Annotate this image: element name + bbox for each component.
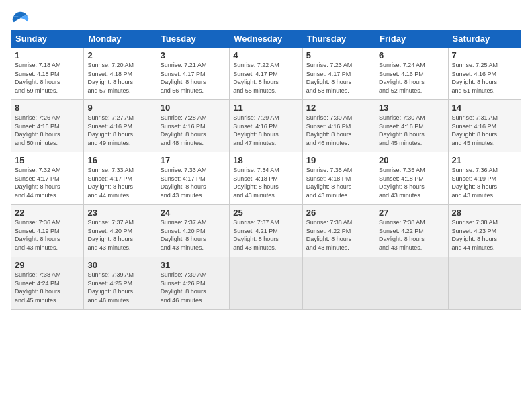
calendar-cell: 24Sunrise: 7:37 AM Sunset: 4:20 PM Dayli… xyxy=(157,205,229,257)
calendar-cell: 31Sunrise: 7:39 AM Sunset: 4:26 PM Dayli… xyxy=(157,257,229,310)
day-info: Sunrise: 7:27 AM Sunset: 4:16 PM Dayligh… xyxy=(87,113,152,147)
day-info: Sunrise: 7:36 AM Sunset: 4:19 PM Dayligh… xyxy=(15,218,80,252)
day-number: 23 xyxy=(87,208,152,218)
calendar-cell: 6Sunrise: 7:24 AM Sunset: 4:16 PM Daylig… xyxy=(375,48,448,100)
day-number: 3 xyxy=(161,50,226,60)
day-info: Sunrise: 7:35 AM Sunset: 4:18 PM Dayligh… xyxy=(379,166,444,199)
day-number: 28 xyxy=(452,208,517,218)
calendar-week-row: 1Sunrise: 7:18 AM Sunset: 4:18 PM Daylig… xyxy=(11,48,521,100)
day-number: 14 xyxy=(452,103,517,113)
calendar-header-wednesday: Wednesday xyxy=(230,30,302,48)
calendar-week-row: 15Sunrise: 7:32 AM Sunset: 4:17 PM Dayli… xyxy=(11,152,521,205)
page: SundayMondayTuesdayWednesdayThursdayFrid… xyxy=(0,0,532,411)
calendar-header-sunday: Sunday xyxy=(11,30,84,48)
calendar-cell: 17Sunrise: 7:33 AM Sunset: 4:17 PM Dayli… xyxy=(157,152,229,205)
day-info: Sunrise: 7:37 AM Sunset: 4:20 PM Dayligh… xyxy=(87,218,152,252)
calendar-cell: 5Sunrise: 7:23 AM Sunset: 4:17 PM Daylig… xyxy=(302,48,375,100)
calendar-cell: 27Sunrise: 7:38 AM Sunset: 4:22 PM Dayli… xyxy=(375,205,448,257)
day-info: Sunrise: 7:30 AM Sunset: 4:16 PM Dayligh… xyxy=(379,113,444,147)
day-number: 2 xyxy=(87,50,152,60)
day-info: Sunrise: 7:38 AM Sunset: 4:22 PM Dayligh… xyxy=(379,218,444,252)
day-info: Sunrise: 7:21 AM Sunset: 4:17 PM Dayligh… xyxy=(161,61,226,95)
calendar-header-monday: Monday xyxy=(84,30,157,48)
day-number: 19 xyxy=(306,155,371,165)
logo xyxy=(11,11,31,24)
logo-bird-icon xyxy=(11,11,30,24)
day-info: Sunrise: 7:36 AM Sunset: 4:19 PM Dayligh… xyxy=(452,166,517,199)
day-number: 5 xyxy=(306,50,371,60)
day-number: 11 xyxy=(233,103,298,113)
calendar-cell xyxy=(375,257,448,310)
calendar-cell: 4Sunrise: 7:22 AM Sunset: 4:17 PM Daylig… xyxy=(230,48,302,100)
day-info: Sunrise: 7:33 AM Sunset: 4:17 PM Dayligh… xyxy=(87,166,152,199)
day-info: Sunrise: 7:28 AM Sunset: 4:16 PM Dayligh… xyxy=(161,113,226,147)
day-number: 12 xyxy=(306,103,371,113)
day-number: 20 xyxy=(379,155,444,165)
calendar-cell: 23Sunrise: 7:37 AM Sunset: 4:20 PM Dayli… xyxy=(84,205,157,257)
calendar-week-row: 8Sunrise: 7:26 AM Sunset: 4:16 PM Daylig… xyxy=(11,100,521,152)
day-info: Sunrise: 7:25 AM Sunset: 4:16 PM Dayligh… xyxy=(452,61,517,95)
day-info: Sunrise: 7:39 AM Sunset: 4:25 PM Dayligh… xyxy=(87,271,152,304)
day-number: 8 xyxy=(15,103,80,113)
day-number: 6 xyxy=(379,50,444,60)
calendar-cell: 1Sunrise: 7:18 AM Sunset: 4:18 PM Daylig… xyxy=(11,48,84,100)
day-number: 25 xyxy=(233,208,298,218)
day-number: 26 xyxy=(306,208,371,218)
calendar-cell: 10Sunrise: 7:28 AM Sunset: 4:16 PM Dayli… xyxy=(157,100,229,152)
calendar-cell: 9Sunrise: 7:27 AM Sunset: 4:16 PM Daylig… xyxy=(84,100,157,152)
day-info: Sunrise: 7:38 AM Sunset: 4:22 PM Dayligh… xyxy=(306,218,371,252)
calendar-cell: 11Sunrise: 7:29 AM Sunset: 4:16 PM Dayli… xyxy=(230,100,302,152)
day-info: Sunrise: 7:34 AM Sunset: 4:18 PM Dayligh… xyxy=(233,166,298,199)
calendar-cell: 16Sunrise: 7:33 AM Sunset: 4:17 PM Dayli… xyxy=(84,152,157,205)
calendar-cell: 7Sunrise: 7:25 AM Sunset: 4:16 PM Daylig… xyxy=(448,48,521,100)
day-number: 15 xyxy=(15,155,80,165)
day-info: Sunrise: 7:24 AM Sunset: 4:16 PM Dayligh… xyxy=(379,61,444,95)
day-number: 31 xyxy=(161,260,226,270)
calendar-cell xyxy=(302,257,375,310)
day-number: 7 xyxy=(452,50,517,60)
day-info: Sunrise: 7:35 AM Sunset: 4:18 PM Dayligh… xyxy=(306,166,371,199)
calendar-cell: 21Sunrise: 7:36 AM Sunset: 4:19 PM Dayli… xyxy=(448,152,521,205)
calendar-cell xyxy=(448,257,521,310)
day-number: 22 xyxy=(15,208,80,218)
calendar-cell: 18Sunrise: 7:34 AM Sunset: 4:18 PM Dayli… xyxy=(230,152,302,205)
day-number: 10 xyxy=(161,103,226,113)
day-info: Sunrise: 7:37 AM Sunset: 4:20 PM Dayligh… xyxy=(161,218,226,252)
day-info: Sunrise: 7:18 AM Sunset: 4:18 PM Dayligh… xyxy=(15,61,80,95)
calendar-cell: 26Sunrise: 7:38 AM Sunset: 4:22 PM Dayli… xyxy=(302,205,375,257)
calendar-header-row: SundayMondayTuesdayWednesdayThursdayFrid… xyxy=(11,30,521,48)
calendar-cell: 29Sunrise: 7:38 AM Sunset: 4:24 PM Dayli… xyxy=(11,257,84,310)
day-info: Sunrise: 7:20 AM Sunset: 4:18 PM Dayligh… xyxy=(87,61,152,95)
calendar-header-saturday: Saturday xyxy=(448,30,521,48)
day-info: Sunrise: 7:32 AM Sunset: 4:17 PM Dayligh… xyxy=(15,166,80,199)
day-number: 29 xyxy=(15,260,80,270)
day-number: 16 xyxy=(87,155,152,165)
day-info: Sunrise: 7:29 AM Sunset: 4:16 PM Dayligh… xyxy=(233,113,298,147)
day-info: Sunrise: 7:38 AM Sunset: 4:23 PM Dayligh… xyxy=(452,218,517,252)
calendar-cell: 15Sunrise: 7:32 AM Sunset: 4:17 PM Dayli… xyxy=(11,152,84,205)
day-info: Sunrise: 7:33 AM Sunset: 4:17 PM Dayligh… xyxy=(161,166,226,199)
logo-area xyxy=(11,11,31,24)
day-info: Sunrise: 7:39 AM Sunset: 4:26 PM Dayligh… xyxy=(161,271,226,304)
calendar-cell: 25Sunrise: 7:37 AM Sunset: 4:21 PM Dayli… xyxy=(230,205,302,257)
day-number: 17 xyxy=(161,155,226,165)
calendar-header-tuesday: Tuesday xyxy=(157,30,229,48)
calendar-header-thursday: Thursday xyxy=(302,30,375,48)
calendar-cell xyxy=(230,257,302,310)
calendar-week-row: 29Sunrise: 7:38 AM Sunset: 4:24 PM Dayli… xyxy=(11,257,521,310)
day-info: Sunrise: 7:31 AM Sunset: 4:16 PM Dayligh… xyxy=(452,113,517,147)
day-number: 18 xyxy=(233,155,298,165)
calendar-cell: 20Sunrise: 7:35 AM Sunset: 4:18 PM Dayli… xyxy=(375,152,448,205)
calendar-cell: 28Sunrise: 7:38 AM Sunset: 4:23 PM Dayli… xyxy=(448,205,521,257)
day-number: 13 xyxy=(379,103,444,113)
day-info: Sunrise: 7:26 AM Sunset: 4:16 PM Dayligh… xyxy=(15,113,80,147)
calendar-cell: 19Sunrise: 7:35 AM Sunset: 4:18 PM Dayli… xyxy=(302,152,375,205)
calendar-table: SundayMondayTuesdayWednesdayThursdayFrid… xyxy=(11,30,521,310)
day-number: 24 xyxy=(161,208,226,218)
calendar-cell: 3Sunrise: 7:21 AM Sunset: 4:17 PM Daylig… xyxy=(157,48,229,100)
calendar-cell: 2Sunrise: 7:20 AM Sunset: 4:18 PM Daylig… xyxy=(84,48,157,100)
day-number: 9 xyxy=(87,103,152,113)
calendar-cell: 22Sunrise: 7:36 AM Sunset: 4:19 PM Dayli… xyxy=(11,205,84,257)
calendar-cell: 13Sunrise: 7:30 AM Sunset: 4:16 PM Dayli… xyxy=(375,100,448,152)
day-info: Sunrise: 7:23 AM Sunset: 4:17 PM Dayligh… xyxy=(306,61,371,95)
